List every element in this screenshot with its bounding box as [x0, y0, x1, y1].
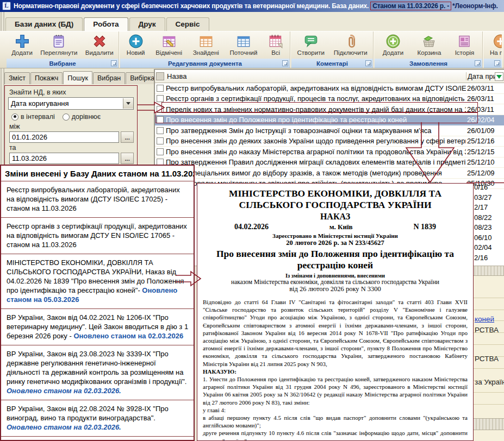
ribbon-group-3: ДодатиКорзинаІсторіяЗамовлення: [375, 32, 483, 68]
ribbon-button[interactable]: Видалити: [84, 33, 115, 56]
date-from-input[interactable]: [9, 131, 119, 143]
background-text-fragment: РСТВА: [475, 355, 499, 363]
background-scrollbar[interactable]: [474, 418, 504, 430]
radio-equals-label: дорівнює: [72, 113, 101, 121]
ribbon-button-label: Видалити: [85, 49, 114, 56]
table-row[interactable]: Про внесення змін до Положення про ідент…: [155, 115, 504, 126]
ribbon-button[interactable]: Корзина: [416, 33, 443, 56]
ribbon-button[interactable]: Створити: [295, 33, 326, 56]
ribbon-tab-3[interactable]: Сервіс: [166, 17, 209, 31]
changes-item-updated: Оновлено станом на 02.03.2026: [73, 332, 183, 340]
search-field-select[interactable]: Дата коригування: [8, 97, 134, 110]
row-checkbox[interactable]: [157, 148, 164, 155]
ribbon-button[interactable]: Додати: [10, 33, 34, 56]
column-header-name[interactable]: Назва: [166, 72, 466, 80]
ribbon-button[interactable]: Відмічені: [154, 33, 184, 56]
ribbon-group-1: НовийВідміченіЗнайденіПоточнийВсіРедагув…: [120, 32, 290, 68]
sidebar-tab-2[interactable]: Пошук: [63, 71, 92, 84]
ribbon-button[interactable]: Підключити: [332, 33, 369, 56]
row-date-fragment: 02/04: [474, 243, 492, 253]
header-checkbox-cell[interactable]: [156, 72, 164, 80]
sidebar-tab-1[interactable]: Покажч: [30, 72, 63, 84]
radio-interval[interactable]: в інтервалі: [11, 113, 55, 121]
ribbon-button-label: Додати: [383, 49, 404, 56]
ribbon-group-buttons: ДодатиКорзинаІсторія: [375, 32, 482, 59]
bg-row-line: [474, 368, 504, 369]
doc-amend-line2: наказом Міністерства економіки, довкілля…: [203, 279, 468, 285]
ribbon-button[interactable]: На п: [487, 33, 502, 56]
dialog-launcher-icon[interactable]: [111, 60, 117, 66]
window-title: Нормативно-правові документи у сфері без…: [14, 2, 369, 10]
background-window-strip: конейРСТВАРСТВАза Україн: [474, 276, 504, 441]
ribbon-tab-0[interactable]: Бази даних (БД): [5, 17, 83, 31]
table-row[interactable]: ження Спеціальних вимог до відбору зразк…: [155, 168, 504, 179]
ribbon: ДодатиПереглянутиВидалитиВибранеНовийВід…: [0, 31, 504, 68]
changes-panel-title: Зміни внесені у Базу Даних станом на 11.…: [1, 166, 194, 181]
ribbon-button-label: Новий: [127, 49, 145, 56]
filter-triangle-icon: [496, 75, 502, 79]
table-row[interactable]: Про затвердження Правил дослідження мігр…: [155, 158, 504, 168]
sidebar-tab-3[interactable]: Вибран: [93, 72, 125, 84]
dialog-launcher-icon[interactable]: [494, 60, 500, 66]
ribbon-button[interactable]: Всі: [266, 33, 285, 56]
ribbon-button-label: Поточний: [230, 49, 258, 56]
doc-paragraph: НАКАЗУЮ:: [203, 368, 468, 375]
row-name: Про внесення змін до Положення про ідент…: [166, 116, 466, 124]
ribbon-button[interactable]: Історія: [453, 33, 476, 56]
ribbon-tab-2[interactable]: Друк: [129, 17, 165, 31]
table-row[interactable]: Про внесення змін до наказу Міністерства…: [155, 147, 504, 158]
row-date: 26/02/04: [466, 116, 504, 124]
doc-paragraph: друге речення підпункту 10 пункту 4.6 пі…: [203, 429, 468, 441]
circle-plus-blue-icon: [128, 34, 144, 49]
table-row[interactable]: Перелік нових та змінених нормативно-пра…: [155, 104, 504, 115]
ribbon-button[interactable]: Поточний: [228, 33, 259, 56]
sidebar-tab-0[interactable]: Зміст: [4, 72, 30, 84]
title-bar: Ĺ Нормативно-правові документи у сфері б…: [0, 0, 504, 12]
table-row[interactable]: Про внесення змін до деяких законів Укра…: [155, 136, 504, 147]
row-checkbox[interactable]: [157, 116, 164, 123]
ribbon-button[interactable]: Знайдені: [191, 33, 221, 56]
ribbon-group-4: На п: [484, 32, 502, 68]
table-row[interactable]: Реєстр випробувальних лабораторій, акред…: [155, 83, 504, 94]
row-checkbox[interactable]: [157, 137, 164, 144]
changes-item-updated: Оновлено станом на 02.03.2026.: [7, 387, 121, 395]
app-icon: Ĺ: [2, 2, 11, 10]
dialog-launcher-icon[interactable]: [282, 60, 288, 66]
doc-ministry: МІНІСТЕРСТВО ЕКОНОМІКИ, ДОВКІЛЛЯ ТА СІЛЬ…: [203, 188, 468, 211]
row-checkbox[interactable]: [157, 106, 164, 113]
plus-blue-icon: [15, 34, 30, 49]
ribbon-button[interactable]: Додати: [381, 33, 406, 56]
doc-body: Відповідно до статті 64 Глави IV "Саніта…: [203, 298, 468, 441]
row-checkbox[interactable]: [157, 85, 164, 92]
ribbon-group-2: СтворитиПідключитиКоментарі: [291, 32, 374, 68]
radio-unselected-icon: [63, 114, 70, 121]
row-checkbox[interactable]: [157, 95, 164, 102]
speech-green-icon: [303, 34, 319, 49]
radio-equals[interactable]: дорівнює: [63, 113, 101, 121]
ribbon-group-caption-label: Коментарі: [316, 60, 348, 67]
date-from-browse-button[interactable]: ...: [121, 131, 134, 143]
row-date: 25/12/10: [466, 158, 504, 166]
doc-paragraph: 1. Унести до Положення про ідентифікацію…: [203, 375, 468, 406]
date-to-input[interactable]: [9, 153, 119, 164]
background-link-fragment[interactable]: коней: [475, 315, 494, 323]
ribbon-button[interactable]: Переглянути: [39, 33, 79, 56]
row-checkbox[interactable]: [157, 127, 164, 134]
table-row[interactable]: Реєстр органів з сертифікації продукції,…: [155, 94, 504, 105]
list-header[interactable]: Назва Дата прий: [155, 70, 504, 83]
table-row[interactable]: Про затвердження Змін до Інструкції з то…: [155, 125, 504, 136]
bg-row-line: [474, 298, 504, 298]
changes-item: ВР України, Закон від 23.08.2023 № 3339-…: [1, 345, 194, 400]
ribbon-button[interactable]: Новий: [125, 33, 147, 56]
dialog-launcher-icon[interactable]: [365, 60, 371, 66]
date-to-browse-button[interactable]: ...: [121, 153, 134, 164]
between-label: між: [9, 123, 134, 130]
ribbon-group-caption: Редагування документа: [120, 59, 290, 68]
dialog-launcher-icon[interactable]: [475, 60, 481, 66]
combo-dropdown-button[interactable]: [123, 98, 133, 109]
changes-item: ВР України, Закон від 27.03.2025 № 4341-…: [1, 437, 194, 441]
ribbon-group-caption: [484, 59, 502, 68]
ribbon-tab-1[interactable]: Робота: [84, 17, 128, 31]
filter-icon[interactable]: [495, 72, 503, 81]
ribbon-group-caption-label: Редагування документа: [168, 60, 242, 67]
